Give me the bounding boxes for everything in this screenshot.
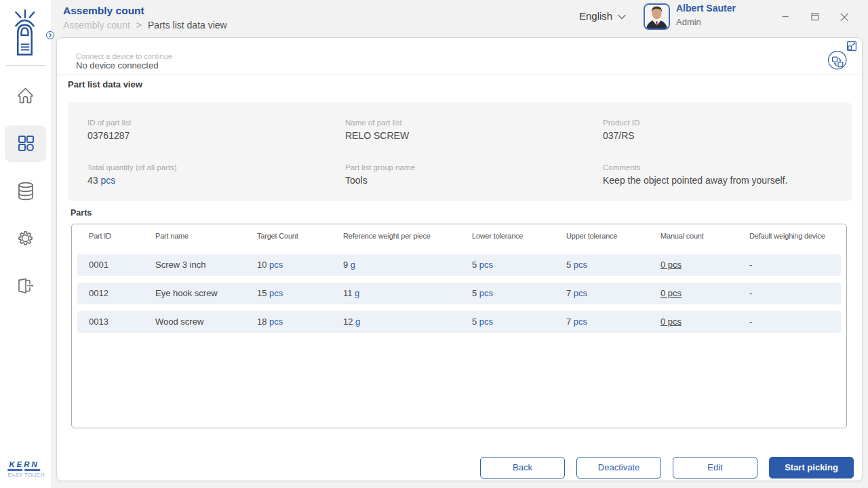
svg-text:KERN: KERN xyxy=(9,460,39,468)
svg-text:EASY TOUCH: EASY TOUCH xyxy=(7,472,44,479)
